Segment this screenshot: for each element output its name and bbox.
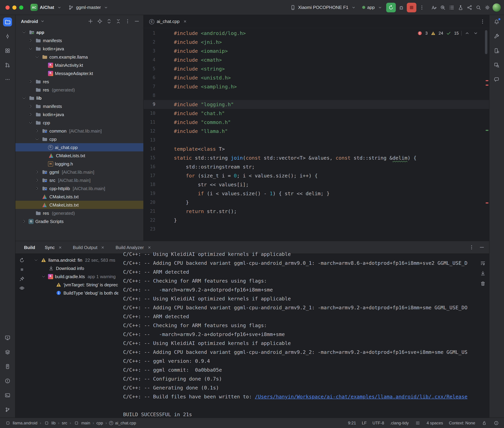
line-number[interactable]: 10 [144,109,159,118]
running-devices-tool-button[interactable] [3,333,12,342]
line-number[interactable]: 4 [144,56,159,64]
console-line[interactable]: C/C++: -- Checking for ARM features usin… [123,321,477,330]
stripe-mark[interactable] [486,130,488,131]
code-line-16[interactable]: 16 std::ostringstream str; [144,162,489,171]
line-number[interactable]: 20 [144,198,159,207]
console-line[interactable]: C/C++: -- ggml version: 0.9.4 [123,357,477,365]
tree-item-kotlin-java[interactable]: kotlin+java [16,110,143,118]
app-inspection-icon[interactable] [457,4,463,10]
build-console[interactable]: C/C++: -- Using KleidiAI optimized kerne… [118,250,477,417]
chevron-right-icon[interactable] [28,112,33,117]
code-line-3[interactable]: 3#include <iomanip> [144,47,489,56]
search-everywhere-icon[interactable] [475,4,481,10]
chevron-down-icon[interactable] [33,258,39,262]
stop-build-icon[interactable] [19,266,25,273]
chevron-right-icon[interactable] [34,186,40,191]
close-tab-icon[interactable] [57,244,63,250]
problems-tool-button[interactable] [3,376,12,385]
line-number[interactable]: 12 [144,127,159,136]
tree-item-cmakelists-txt[interactable]: CMakeLists.txt [16,201,143,209]
line-number[interactable]: 5 [144,64,159,73]
breadcrumb-ai-chat-cpp[interactable]: Cai_chat.cpp [109,420,136,425]
indent-style-widget[interactable]: 4 spaces [427,420,443,425]
ide-status[interactable] [493,420,499,426]
tree-item-common[interactable]: common[AiChat.lib.main] [16,127,143,135]
line-number[interactable]: 23 [144,225,159,234]
chevron-right-icon[interactable] [21,219,27,224]
build-tab-build-output[interactable]: Build Output [73,241,106,254]
stop-button[interactable] [407,3,416,12]
line-number[interactable]: 8 [144,91,159,100]
clear-all-icon[interactable] [480,280,486,287]
code-line-19[interactable]: 19 if (i < values.size() - 1) { str << d… [144,189,489,198]
panel-options-icon[interactable] [125,18,131,24]
tree-item-cpp[interactable]: cpp [16,118,143,127]
terminal-tool-button[interactable] [3,391,12,400]
code-line-2[interactable]: 2#include <jni.h> [144,38,489,47]
console-line[interactable]: C/C++: -- -march=armv9.2-a+dotprod+fp16+… [123,285,477,294]
close-tab-icon[interactable] [100,244,106,250]
console-line[interactable]: C/C++: -- Build files have been written … [123,392,477,401]
code-line-17[interactable]: 17 for (size_t i = 0; i < values.size();… [144,171,489,180]
commit-tool-button[interactable] [3,32,12,41]
line-number[interactable]: 16 [144,162,159,171]
console-line[interactable]: C/C++: -- ARM detected [123,312,477,321]
project-selector[interactable]: AC AiChat [28,2,65,12]
chevron-right-icon[interactable] [34,170,40,174]
project-tool-button[interactable] [3,17,12,26]
tab-options-kebab-icon[interactable] [479,18,486,25]
file-encoding-widget[interactable]: UTF-8 [372,420,384,425]
line-number[interactable]: 18 [144,180,159,189]
more-actions-kebab-icon[interactable] [417,3,427,12]
tree-item-messageadapter-kt[interactable]: KMessageAdapter.kt [16,69,143,77]
app-quality-insights-tool-button[interactable] [492,75,501,84]
ai-assistant-icon[interactable] [431,4,437,10]
chevron-right-icon[interactable] [28,79,33,84]
build-tab-sync[interactable]: Sync [45,241,63,254]
chevron-down-icon[interactable] [34,137,40,141]
tree-item-res[interactable]: res [16,77,143,86]
layout-inspector-tool-button[interactable] [492,61,501,70]
chevron-right-icon[interactable] [28,38,33,43]
console-line[interactable]: C/C++: -- Using KleidiAI optimized kerne… [123,250,477,259]
stripe-mark[interactable] [486,202,488,204]
console-line[interactable]: C/C++: -- Configuring done (0.7s) [123,374,477,383]
close-tab-icon[interactable] [146,244,153,250]
chevron-down-icon[interactable] [34,54,40,59]
code-line-8[interactable]: 8 [144,91,489,100]
file-link[interactable]: /Users/hanyin/Workspace/ai-chat/examples… [255,394,468,399]
file-writable[interactable] [481,420,487,426]
profiler-icon[interactable] [440,4,446,10]
console-line[interactable] [123,401,477,410]
editor-tab-ai-chat-cpp[interactable]: C ai_chat.cpp [144,15,192,28]
tree-item-kotlin-java[interactable]: kotlin+java [16,45,143,53]
line-number[interactable]: 19 [144,189,159,198]
line-number[interactable]: 15 [144,153,159,162]
next-problem-icon[interactable] [472,30,479,36]
line-number[interactable]: 11 [144,118,159,127]
code-line-20[interactable]: 20 } [144,198,489,207]
chevron-right-icon[interactable] [28,104,33,109]
tree-item-mainactivity-kt[interactable]: KMainActivity.kt [16,61,143,69]
collapse-all-icon[interactable] [115,18,121,24]
project-view-selector[interactable]: Android [21,19,38,24]
close-tab-icon[interactable] [182,18,188,25]
code-line-6[interactable]: 6#include <unistd.h> [144,73,489,82]
code-editor[interactable]: 3 24 15 1#include <android/log.h>2#inclu… [144,28,489,241]
line-separator-widget[interactable]: LF [362,420,367,425]
build-options-kebab-icon[interactable] [468,244,475,250]
tree-item-manifests[interactable]: manifests [16,102,143,110]
console-line[interactable]: C/C++: -- Adding CPU backend variant ggm… [123,348,477,357]
code-line-7[interactable]: 7#include <sampling.h> [144,82,489,91]
tree-item-lib[interactable]: lib [16,94,143,102]
code-style[interactable] [415,420,421,426]
rerun-build-icon[interactable] [19,257,25,263]
chevron-down-icon[interactable] [41,274,46,279]
tree-item-res[interactable]: res(generated) [16,86,143,94]
debug-button[interactable] [396,3,406,12]
chevron-right-icon[interactable] [34,178,40,182]
console-line[interactable]: C/C++: -- Adding CPU backend variant ggm… [123,303,477,312]
minimize-window-button[interactable] [12,5,17,9]
line-number[interactable]: 6 [144,73,159,82]
chevron-right-icon[interactable] [34,128,40,133]
